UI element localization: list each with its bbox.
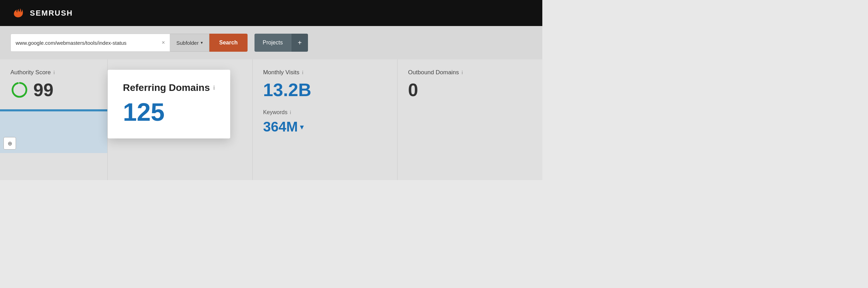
authority-score-ring-icon [10,81,28,99]
main-content: Authority Score i 99 ⊕ [0,59,542,180]
search-bar-area: www.google.com/webmasters/tools/index-st… [0,26,542,59]
chevron-down-icon: ▾ [201,40,203,45]
search-button[interactable]: Search [209,34,247,52]
keywords-info-icon[interactable]: i [290,110,291,115]
keywords-label: Keywords i [263,109,387,116]
stats-row: Authority Score i 99 ⊕ [0,59,542,180]
search-input-wrapper[interactable]: www.google.com/webmasters/tools/index-st… [10,34,170,52]
logo-text: SEMRUSH [30,9,73,18]
monthly-visits-col: Monthly Visits i 13.2B Keywords i 364M ▾ [253,59,398,180]
subfolder-dropdown[interactable]: Subfolder ▾ [170,34,209,52]
logo: SEMRUSH [10,6,73,21]
clear-icon[interactable]: × [162,40,165,46]
authority-score-info-icon[interactable]: i [53,70,55,75]
outbound-domains-info-icon[interactable]: i [462,70,463,75]
add-project-button[interactable]: + [291,34,308,52]
zoom-icon[interactable]: ⊕ [3,137,16,150]
popup-info-icon[interactable]: i [214,84,215,92]
monthly-visits-label: Monthly Visits i [263,69,387,76]
keywords-value: 364M ▾ [263,119,387,135]
referring-domains-popup: Referring Domains i 125 [108,70,230,138]
outbound-domains-value: 0 [408,81,532,99]
monthly-visits-info-icon[interactable]: i [302,70,303,75]
outbound-domains-label: Outbound Domains i [408,69,532,76]
authority-score-top: Authority Score i 99 [0,59,107,102]
semrush-logo-icon [10,6,26,21]
header: SEMRUSH [0,0,542,26]
authority-score-number: 99 [33,81,53,99]
subfolder-label: Subfolder [176,40,199,46]
search-input[interactable]: www.google.com/webmasters/tools/index-st… [16,40,159,46]
projects-button[interactable]: Projects [254,34,291,52]
keywords-dropdown-arrow[interactable]: ▾ [300,123,303,131]
popup-title: Referring Domains i [123,82,215,93]
popup-value: 125 [123,100,215,125]
authority-score-label: Authority Score i [10,69,97,76]
svg-point-2 [12,83,26,97]
outbound-domains-col: Outbound Domains i 0 [398,59,542,180]
authority-score-panel: Authority Score i 99 ⊕ [0,59,108,180]
monthly-visits-value: 13.2B [263,81,387,99]
authority-score-value: 99 [10,81,97,99]
authority-chart-area: ⊕ [0,111,107,153]
